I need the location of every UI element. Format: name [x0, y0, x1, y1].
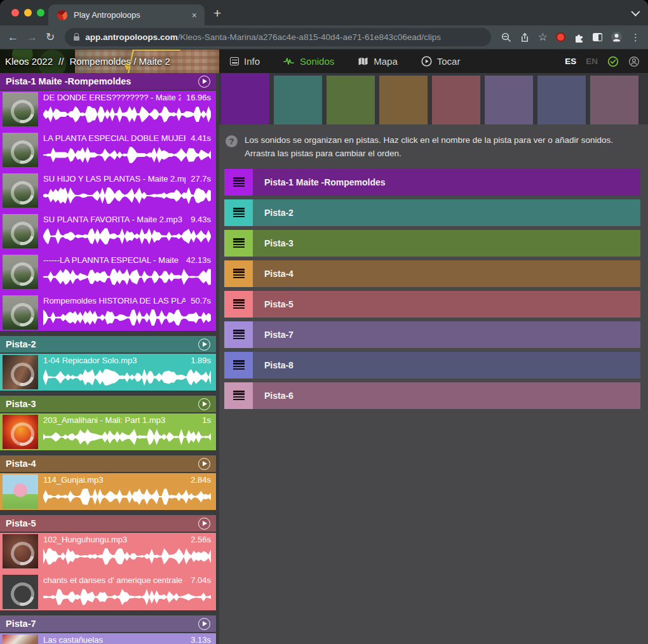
track-play-button[interactable] [198, 339, 210, 351]
clip-row[interactable]: Las castañuelas 3.13s [0, 634, 216, 644]
track-bar[interactable]: Pista-2 [253, 199, 640, 226]
track-color-swatch[interactable] [590, 76, 638, 124]
track-header[interactable]: Pista-1 Maite -Rompemoldes [0, 73, 216, 90]
back-button[interactable]: ← [8, 32, 18, 43]
drag-handle[interactable] [224, 169, 253, 196]
track-bar[interactable]: Pista-7 [253, 321, 640, 348]
breadcrumb-text: Kleos 2022 // Rompemoldes / Maite 2 [5, 50, 170, 73]
track-play-button[interactable] [198, 458, 210, 470]
drag-handle[interactable] [224, 230, 253, 257]
clip-row[interactable]: chants et danses d' amerique centrale - … [0, 575, 216, 609]
breadcrumb-project[interactable]: Kleos 2022 [5, 56, 53, 67]
minimize-window-button[interactable] [24, 9, 32, 17]
new-tab-button[interactable]: + [213, 6, 221, 21]
profile-avatar[interactable] [611, 31, 623, 43]
track-header[interactable]: Pista-2 [0, 336, 216, 352]
track-bar[interactable]: Pista-4 [253, 260, 640, 287]
track-color-swatch[interactable] [221, 73, 269, 124]
track-color-swatch[interactable] [537, 76, 586, 124]
track-bar[interactable]: Pista-6 [253, 382, 640, 409]
drag-handle-icon [233, 238, 245, 248]
lang-es-button[interactable]: ES [565, 57, 576, 66]
clip-row[interactable]: ------LA PLANNTA ESPECIAL - Maite 2.mp3 … [0, 255, 216, 289]
track-row[interactable]: Pista-4 [224, 260, 640, 287]
nav-info[interactable]: Info [230, 56, 260, 67]
track-section: Pista-5 102_Hunguhungu.mp3 2.56s chants … [0, 515, 216, 610]
clip-row[interactable]: SU HIJO Y LAS PLANTAS - Maite 2.mp3 27.7… [0, 173, 216, 208]
help-text: Los sonidos se organizan en pistas. Haz … [245, 134, 635, 161]
breadcrumb-page: Rompemoldes / Maite 2 [69, 56, 170, 67]
nav-mapa[interactable]: Mapa [358, 56, 398, 67]
breadcrumb[interactable]: Kleos 2022 // Rompemoldes / Maite 2 [0, 50, 219, 73]
nav-tocar[interactable]: Tocar [421, 56, 461, 67]
clip-row[interactable]: LA PLANTA ESPECIAL DOBLE MUJER - Mai... … [0, 133, 216, 167]
extensions-puzzle-icon[interactable] [574, 32, 584, 43]
track-bar[interactable]: Pista-3 [253, 230, 640, 257]
clip-row[interactable]: 1-04 Repicador Solo.mp3 1.89s [0, 355, 216, 389]
track-name: Pista-4 [264, 269, 294, 279]
drag-handle[interactable] [224, 260, 253, 287]
forward-button[interactable]: → [27, 32, 37, 43]
clip-row[interactable]: 102_Hunguhungu.mp3 2.56s [0, 534, 216, 568]
track-play-button[interactable] [198, 76, 210, 88]
reload-button[interactable]: ↻ [46, 32, 55, 43]
clip-row[interactable]: Rompemoldes HISTORIA DE LAS PLANTAS... 5… [0, 295, 216, 330]
track-list: Pista-1 Maite -Rompemoldes Pista-2 Pista… [219, 168, 648, 413]
browser-toolbar: ← → ↻ app.antropoloops.com/Kleos-Santa-M… [0, 25, 648, 50]
clip-row[interactable]: DE DONDE ERES???????? - Maite 2.mp3 16.9… [0, 92, 216, 126]
track-bar[interactable]: Pista-8 [253, 352, 640, 379]
maximize-window-button[interactable] [37, 9, 44, 17]
nav-sonidos[interactable]: Sonidos [283, 56, 334, 67]
drag-handle-icon [233, 391, 245, 400]
record-indicator-icon[interactable] [556, 32, 565, 42]
url-bar[interactable]: app.antropoloops.com/Kleos-Santa-Marina/… [65, 28, 491, 46]
clip-title: Rompemoldes HISTORIA DE LAS PLANTAS... [43, 296, 186, 305]
clip-row[interactable]: 114_Gunjai.mp3 2.84s [0, 474, 216, 509]
track-row[interactable]: Pista-2 [224, 199, 640, 226]
drag-handle[interactable] [224, 382, 253, 409]
drag-handle-icon [233, 360, 245, 370]
track-row[interactable]: Pista-1 Maite -Rompemoldes [224, 169, 640, 196]
track-header[interactable]: Pista-3 [0, 396, 216, 412]
tab-search-chevron-icon[interactable] [631, 8, 640, 17]
bookmark-star-icon[interactable]: ☆ [538, 32, 548, 43]
browser-menu-icon[interactable]: ⋮ [631, 32, 640, 42]
track-row[interactable]: Pista-5 [224, 291, 640, 318]
track-row[interactable]: Pista-8 [224, 352, 640, 379]
drag-handle[interactable] [224, 321, 253, 348]
track-bar[interactable]: Pista-1 Maite -Rompemoldes [253, 169, 640, 196]
track-color-swatch[interactable] [379, 76, 428, 124]
track-color-swatch[interactable] [432, 76, 480, 124]
drag-handle[interactable] [224, 291, 253, 318]
track-play-button[interactable] [198, 518, 210, 530]
clip-thumbnail [3, 534, 38, 568]
track-color-swatch[interactable] [274, 76, 322, 124]
track-bar[interactable]: Pista-5 [253, 291, 640, 318]
track-play-button[interactable] [198, 398, 210, 410]
track-row[interactable]: Pista-7 [224, 321, 640, 348]
track-header[interactable]: Pista-7 [0, 615, 216, 632]
track-row[interactable]: Pista-6 [224, 382, 640, 409]
track-color-swatch[interactable] [485, 76, 533, 124]
track-color-swatch[interactable] [327, 76, 375, 124]
drag-handle[interactable] [224, 352, 253, 379]
clip-title-row: LA PLANTA ESPECIAL DOBLE MUJER - Mai... … [43, 133, 211, 143]
drag-handle[interactable] [224, 199, 253, 226]
tab-close-icon[interactable]: × [191, 10, 198, 21]
close-window-button[interactable] [11, 9, 19, 17]
browser-tab[interactable]: Play Antropoloops × [48, 4, 205, 25]
side-panel-icon[interactable] [593, 33, 602, 41]
track-header[interactable]: Pista-4 [0, 455, 216, 472]
share-icon[interactable] [520, 32, 530, 43]
waveform [43, 587, 211, 607]
track-row[interactable]: Pista-3 [224, 230, 640, 257]
lang-en-button[interactable]: EN [586, 57, 598, 66]
clip-thumbnail [3, 415, 38, 449]
track-header[interactable]: Pista-5 [0, 515, 216, 532]
track-play-button[interactable] [198, 618, 210, 630]
clip-row[interactable]: SU PLANTA FAVORITA - Maite 2.mp3 9.43s [0, 214, 216, 248]
zoom-out-icon[interactable] [501, 32, 511, 43]
clip-row[interactable]: 203_Amalihani - Mali: Part 1.mp3 1s [0, 415, 216, 449]
account-icon[interactable] [628, 56, 640, 67]
help-row: ? Los sonidos se organizan en pistas. Ha… [219, 124, 648, 168]
